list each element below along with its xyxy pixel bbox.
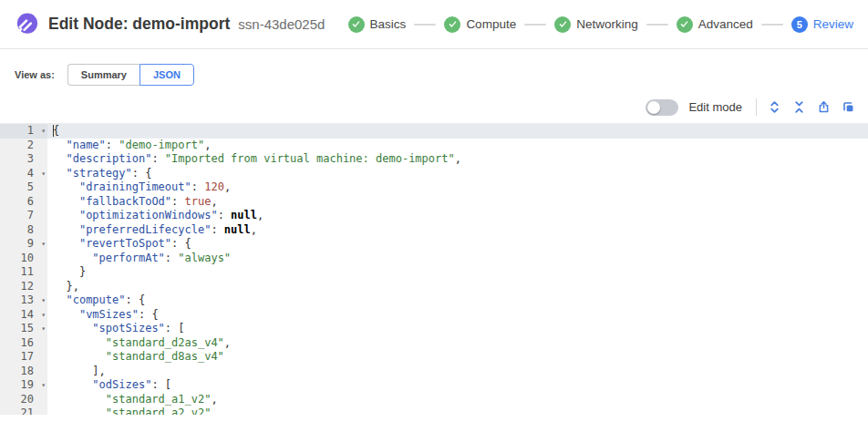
code-line-13[interactable]: "compute": {: [47, 293, 868, 308]
editor-toolbar: Edit mode: [0, 86, 868, 123]
fold-caret-icon[interactable]: ▾: [41, 237, 46, 252]
wizard-stepper: Basics Compute Networking Advanced 5 Rev…: [348, 16, 853, 33]
page-title: Edit Node: demo-import: [48, 15, 230, 34]
edit-mode-label: Edit mode: [688, 100, 742, 114]
code-line-19[interactable]: "odSizes": [: [47, 378, 868, 393]
gutter-line-4[interactable]: 4▾: [0, 167, 47, 181]
view-summary-button[interactable]: Summary: [67, 64, 140, 86]
fold-caret-icon[interactable]: ▾: [41, 308, 46, 323]
gutter-line-18: 18: [0, 365, 47, 379]
code-line-21[interactable]: "standard_a2_v2": [47, 406, 868, 415]
step-number-badge: 5: [791, 16, 808, 33]
view-as-row: View as: Summary JSON: [0, 49, 868, 86]
step-label: Review: [813, 17, 853, 31]
gutter-line-5: 5: [0, 180, 47, 195]
code-line-5[interactable]: "drainingTimeout": 120,: [47, 180, 868, 195]
step-compute[interactable]: Compute: [444, 16, 516, 33]
step-basics[interactable]: Basics: [348, 16, 407, 33]
check-icon: [444, 16, 460, 33]
copy-icon[interactable]: [841, 100, 855, 115]
fold-caret-icon[interactable]: ▾: [41, 322, 46, 336]
gutter-line-21: 21: [0, 406, 47, 415]
code-line-8[interactable]: "preferredLifecycle": null,: [47, 223, 868, 238]
code-line-7[interactable]: "optimizationWindows": null,: [47, 209, 868, 223]
toggle-knob: [647, 101, 660, 114]
gutter-line-6: 6: [0, 195, 47, 210]
fold-caret-icon[interactable]: ▾: [41, 293, 46, 308]
check-icon: [554, 16, 571, 33]
code-line-14[interactable]: "vmSizes": {: [47, 308, 868, 323]
code-line-15[interactable]: "spotSizes": [: [47, 322, 868, 336]
editor-gutter: 1▾234▾56789▾10111213▾14▾15▾16171819▾2021: [0, 124, 47, 415]
spot-logo-icon: [15, 12, 39, 36]
gutter-line-14[interactable]: 14▾: [0, 308, 47, 323]
json-editor[interactable]: 1▾234▾56789▾10111213▾14▾15▾16171819▾2021…: [0, 123, 868, 415]
code-line-3[interactable]: "description": "Imported from virtual ma…: [47, 152, 868, 167]
step-label: Compute: [466, 17, 516, 31]
check-icon: [677, 16, 693, 33]
gutter-line-2: 2: [0, 139, 47, 153]
step-connector: [761, 24, 783, 26]
gutter-line-10: 10: [0, 252, 47, 266]
code-line-11[interactable]: }: [47, 265, 868, 280]
step-label: Advanced: [698, 17, 753, 31]
code-line-4[interactable]: "strategy": {: [47, 167, 868, 181]
gutter-line-8: 8: [0, 223, 47, 238]
code-line-9[interactable]: "revertToSpot": {: [47, 237, 868, 252]
gutter-line-16: 16: [0, 336, 47, 351]
gutter-line-3: 3: [0, 152, 47, 167]
code-line-6[interactable]: "fallbackToOd": true,: [47, 195, 868, 210]
export-icon[interactable]: [816, 100, 831, 115]
gutter-line-9[interactable]: 9▾: [0, 237, 47, 252]
toolbar-divider: [756, 98, 757, 116]
step-label: Basics: [370, 17, 407, 31]
gutter-line-19[interactable]: 19▾: [0, 378, 47, 393]
step-connector: [646, 24, 668, 26]
node-id: ssn-43de025d: [238, 16, 325, 32]
fold-caret-icon[interactable]: ▾: [41, 378, 46, 393]
step-connector: [414, 24, 436, 26]
step-review[interactable]: 5 Review: [791, 16, 853, 33]
gutter-line-7: 7: [0, 209, 47, 223]
gutter-line-17: 17: [0, 350, 47, 365]
code-line-18[interactable]: ],: [47, 365, 868, 379]
code-line-1[interactable]: {: [47, 124, 868, 139]
view-as-label: View as:: [15, 69, 55, 80]
gutter-line-20: 20: [0, 393, 47, 407]
fold-icon[interactable]: [791, 100, 806, 115]
gutter-line-12: 12: [0, 280, 47, 294]
editor-code[interactable]: { "name": "demo-import", "description": …: [47, 124, 868, 415]
code-line-12[interactable]: },: [47, 280, 868, 294]
code-line-2[interactable]: "name": "demo-import",: [47, 139, 868, 153]
step-advanced[interactable]: Advanced: [677, 16, 753, 33]
gutter-line-1[interactable]: 1▾: [0, 124, 47, 139]
wizard-header: Edit Node: demo-import ssn-43de025d Basi…: [0, 0, 868, 49]
view-json-button[interactable]: JSON: [140, 64, 194, 86]
fold-caret-icon[interactable]: ▾: [41, 167, 46, 181]
fold-caret-icon[interactable]: ▾: [41, 124, 46, 139]
code-line-10[interactable]: "performAt": "always": [47, 252, 868, 266]
view-as-segmented-control: Summary JSON: [67, 64, 194, 86]
unfold-icon[interactable]: [767, 100, 781, 115]
code-line-20[interactable]: "standard_a1_v2",: [47, 393, 868, 407]
step-connector: [524, 24, 546, 26]
gutter-line-13[interactable]: 13▾: [0, 293, 47, 308]
code-line-16[interactable]: "standard_d2as_v4",: [47, 336, 868, 351]
gutter-line-11: 11: [0, 265, 47, 280]
code-line-17[interactable]: "standard_d8as_v4": [47, 350, 868, 365]
edit-mode-toggle[interactable]: [646, 99, 678, 116]
check-icon: [348, 16, 365, 33]
step-networking[interactable]: Networking: [554, 16, 638, 33]
step-label: Networking: [576, 17, 638, 31]
gutter-line-15[interactable]: 15▾: [0, 322, 47, 336]
